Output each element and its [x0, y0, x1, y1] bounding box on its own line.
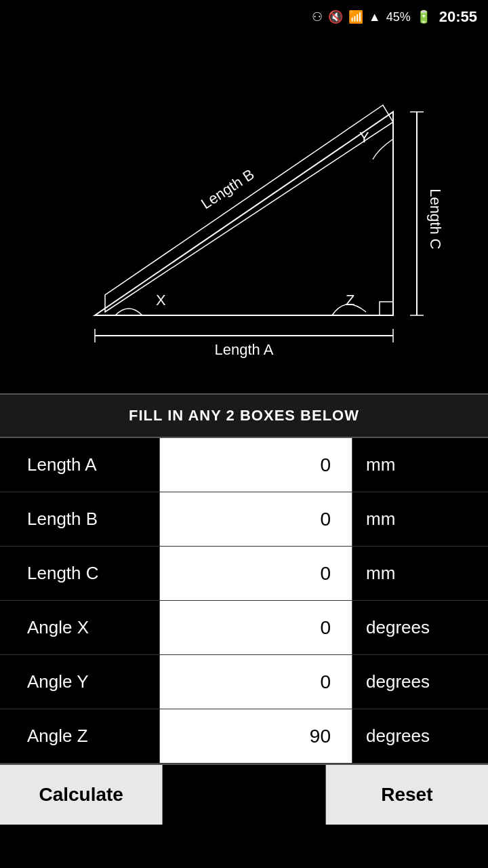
input-length-c[interactable]: [160, 547, 352, 600]
instruction-text: FILL IN ANY 2 BOXES BELOW: [129, 407, 359, 424]
unit-length-b: mm: [352, 509, 488, 530]
unit-length-a: mm: [352, 454, 488, 475]
svg-marker-0: [95, 112, 393, 315]
svg-text:Length A: Length A: [215, 341, 274, 358]
unit-length-c: mm: [352, 563, 488, 584]
unit-angle-x: degrees: [352, 617, 488, 638]
svg-text:Length B: Length B: [198, 165, 257, 212]
battery-icon: 🔋: [416, 9, 431, 24]
status-bar: ⚇ 🔇 📶 ▲ 45% 🔋 20:55: [0, 0, 488, 34]
label-angle-x: Angle X: [0, 617, 159, 638]
input-wrap-length-a: [159, 438, 352, 492]
triangle-diagram: Length A Length C Length B X Y Z: [41, 51, 447, 376]
svg-text:Length C: Length C: [427, 189, 444, 249]
label-length-b: Length B: [0, 509, 159, 530]
label-angle-y: Angle Y: [0, 671, 159, 692]
button-row: Calculate Reset: [0, 764, 488, 825]
form-row-angle-z: Angle Zdegrees: [0, 709, 488, 764]
label-length-c: Length C: [0, 563, 159, 584]
calculate-button[interactable]: Calculate: [0, 765, 163, 825]
mute-icon: 🔇: [328, 9, 343, 24]
input-length-a[interactable]: [160, 438, 352, 492]
input-wrap-length-b: [159, 492, 352, 546]
input-wrap-length-c: [159, 547, 352, 600]
clock: 20:55: [439, 8, 477, 26]
input-angle-z[interactable]: [160, 709, 352, 763]
signal-icon: ▲: [369, 10, 381, 24]
label-angle-z: Angle Z: [0, 726, 159, 747]
instruction-banner: FILL IN ANY 2 BOXES BELOW: [0, 393, 488, 438]
input-angle-y[interactable]: [160, 655, 352, 709]
svg-text:X: X: [156, 292, 166, 309]
battery-percent: 45%: [386, 10, 411, 24]
input-wrap-angle-z: [159, 709, 352, 763]
bluetooth-icon: ⚇: [312, 9, 323, 24]
form-row-length-b: Length Bmm: [0, 492, 488, 547]
unit-angle-z: degrees: [352, 726, 488, 747]
button-spacer: [163, 765, 325, 825]
form-row-angle-y: Angle Ydegrees: [0, 655, 488, 709]
form-row-length-c: Length Cmm: [0, 547, 488, 601]
form-row-length-a: Length Amm: [0, 438, 488, 492]
unit-angle-y: degrees: [352, 671, 488, 692]
diagram-area: Length A Length C Length B X Y Z: [0, 34, 488, 393]
input-wrap-angle-x: [159, 601, 352, 654]
reset-button[interactable]: Reset: [326, 765, 488, 825]
svg-text:Y: Y: [359, 129, 369, 146]
svg-rect-14: [380, 302, 393, 315]
input-form: Length AmmLength BmmLength CmmAngle Xdeg…: [0, 438, 488, 764]
input-wrap-angle-y: [159, 655, 352, 709]
input-angle-x[interactable]: [160, 601, 352, 654]
svg-marker-9: [105, 105, 393, 312]
form-row-angle-x: Angle Xdegrees: [0, 601, 488, 655]
wifi-icon: 📶: [348, 9, 363, 24]
svg-text:Z: Z: [346, 292, 354, 309]
label-length-a: Length A: [0, 454, 159, 475]
input-length-b[interactable]: [160, 492, 352, 546]
